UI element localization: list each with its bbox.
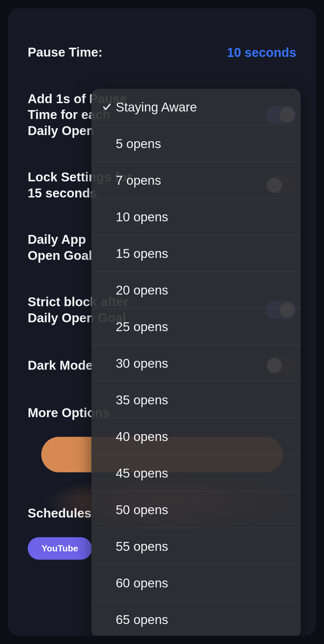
dropdown-item[interactable]: 15 opens: [91, 235, 301, 272]
dropdown-item-label: 10 opens: [116, 209, 293, 224]
dropdown-item[interactable]: 7 opens: [91, 162, 301, 199]
dropdown-item[interactable]: 60 opens: [91, 565, 301, 601]
settings-card: Pause Time: 10 seconds Add 1s of Pause T…: [8, 8, 316, 636]
dropdown-item[interactable]: 25 opens: [91, 308, 301, 345]
dropdown-item[interactable]: 55 opens: [91, 528, 301, 565]
dropdown-item-label: 60 opens: [116, 575, 293, 590]
pause-time-label: Pause Time:: [28, 44, 102, 60]
schedule-chip-youtube[interactable]: YouTube: [28, 537, 92, 560]
pause-time-value[interactable]: 10 seconds: [227, 45, 296, 60]
dropdown-item[interactable]: Staying Aware: [91, 89, 301, 125]
dropdown-item[interactable]: 30 opens: [91, 345, 301, 382]
dropdown-item-label: 35 opens: [116, 392, 293, 407]
dropdown-item-label: 55 opens: [116, 539, 293, 554]
dropdown-item-label: 25 opens: [116, 319, 293, 334]
dropdown-item-label: 5 opens: [116, 136, 293, 151]
dropdown-item[interactable]: 45 opens: [91, 455, 301, 491]
dropdown-item-label: 30 opens: [116, 356, 293, 371]
dropdown-item[interactable]: 10 opens: [91, 199, 301, 235]
dropdown-item-label: 40 opens: [116, 429, 293, 444]
dropdown-item[interactable]: 65 opens: [91, 601, 301, 636]
row-pause-time: Pause Time: 10 seconds: [28, 44, 296, 60]
screen: Pause Time: 10 seconds Add 1s of Pause T…: [0, 0, 324, 644]
dark-mode-label: Dark Mode: [28, 358, 93, 374]
checkmark-icon: [99, 102, 115, 112]
daily-open-goal-label: Daily App Open Goal: [28, 232, 92, 263]
daily-open-goal-dropdown[interactable]: Staying Aware5 opens7 opens10 opens15 op…: [91, 89, 301, 636]
dropdown-item-label: 15 opens: [116, 246, 293, 261]
dropdown-item-label: 7 opens: [116, 173, 293, 188]
dropdown-item[interactable]: 5 opens: [91, 125, 301, 162]
dropdown-item[interactable]: 20 opens: [91, 272, 301, 308]
dropdown-item[interactable]: 50 opens: [91, 491, 301, 528]
dropdown-item-label: 45 opens: [116, 466, 293, 481]
dropdown-item-label: 65 opens: [116, 612, 293, 627]
dropdown-item[interactable]: 40 opens: [91, 418, 301, 455]
dropdown-item-label: 20 opens: [116, 283, 293, 298]
dropdown-item-label: Staying Aware: [116, 100, 293, 115]
dropdown-item-label: 50 opens: [116, 502, 293, 517]
dropdown-item[interactable]: 35 opens: [91, 382, 301, 418]
schedule-chip-label: YouTube: [42, 543, 78, 554]
